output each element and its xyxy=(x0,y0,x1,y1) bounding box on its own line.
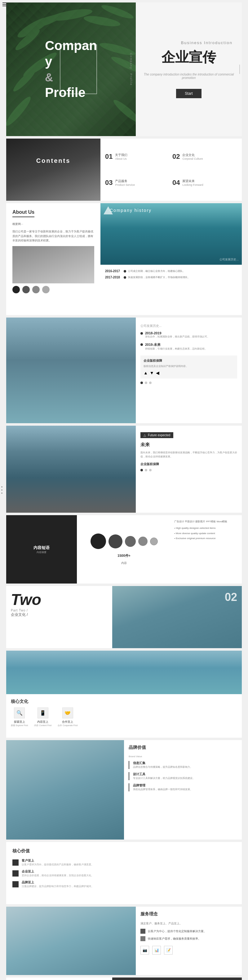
about-left-col: About Us 概要网··· 我们公司是一家专注于创新和发展的企业，致力于为客… xyxy=(6,203,100,315)
center-circles: 1500件+ 内容 xyxy=(77,515,171,584)
brand-title: 品牌价值 xyxy=(129,745,237,750)
service-right-content: 服务理念 满足客户、服务至上、产品至上。 以客户为中心，提供个性化定制服务解决方… xyxy=(136,907,242,975)
icon-btn-1[interactable]: 📷 xyxy=(141,946,149,955)
copyright-title: 企业版权保障 xyxy=(144,359,234,363)
val-item-1: 客户至上 以客户需求为导向，提供最优质的产品和服务，确保客户满意度。 xyxy=(13,859,235,866)
menu-text-02: 企业文化 xyxy=(182,153,203,157)
dot-2 xyxy=(145,469,147,471)
dot-1 xyxy=(141,469,143,471)
brand-item-title-1: 信息汇集 xyxy=(133,761,237,765)
culture-icon-1: 🔍 xyxy=(14,708,25,718)
circle-1 xyxy=(90,533,106,549)
menu-num-02: 02 xyxy=(172,153,180,161)
val-item-2: 企业至上 坚持企业价值观，推动企业持续健康发展，实现企业价值最大化。 xyxy=(13,869,235,877)
service-item-1: 以客户为中心，提供个性化定制服务解决方案。 xyxy=(141,929,237,934)
about-icons-row xyxy=(13,286,94,293)
nav-dot[interactable] xyxy=(1,486,3,487)
svg-point-4 xyxy=(83,14,121,28)
copyright-text: 版权信息及企业知识产权保护说明内容。 xyxy=(144,364,234,368)
cn-history-sub: 公司发展历史... xyxy=(220,258,239,262)
boat-image xyxy=(6,426,136,513)
dot-3 xyxy=(149,469,152,471)
tl-year-4: 2019-未来 xyxy=(145,342,237,347)
val-text-sub-2: 坚持企业价值观，推动企业持续健康发展，实现企业价值最大化。 xyxy=(22,874,94,877)
svg-point-11 xyxy=(111,97,136,125)
tl-year-2: 2017-2018 xyxy=(105,275,124,279)
cover-title: Compan y & Profile xyxy=(45,38,97,101)
triangle-icon: △ xyxy=(144,433,146,437)
service-items: 以客户为中心，提供个性化定制服务解决方案。 快速响应客户需求，确保服务质量和效率… xyxy=(141,929,237,941)
nav-dot[interactable] xyxy=(1,489,3,491)
culture-label-3: 合作至上 xyxy=(58,720,77,724)
about-content: 我们公司是一家专注于创新和发展的企业，致力于为客户提供最优质的产品和服务。我们的… xyxy=(13,229,94,243)
menu-item-01: 01 关于我们 About Us xyxy=(105,145,170,169)
brand-item-1: 信息汇集 品牌信息整合与传播策略，提升品牌知名度和影响力。 xyxy=(129,761,237,769)
circle-5 xyxy=(150,538,158,545)
text-right-1: • High quality designer-selected items xyxy=(174,527,239,530)
future-cn-title: 未来 xyxy=(141,442,237,448)
val-icon-2 xyxy=(13,870,19,877)
culture-label-1: 探索至上 xyxy=(11,720,28,724)
core-val-title: 核心价值 xyxy=(13,848,235,854)
icon-3 xyxy=(32,286,39,293)
tl-item-4: 2019-未来 持续创新，引领行业发展，构建生态体系，迈向新征程。 xyxy=(141,342,237,351)
timeline-section: 2016-2017 公司成立初期，确立核心业务方向，组建核心团队。 2017-2… xyxy=(100,265,242,286)
content-left-dark: 内容短语 内容摘要 xyxy=(6,515,77,584)
neirong-title: 内容短语 xyxy=(33,545,50,550)
svg-point-10 xyxy=(6,94,33,128)
culture-item-2: 📱 内容至上 内容 Content First xyxy=(34,708,51,727)
tl-dot-1 xyxy=(124,270,126,272)
menu-num-03: 03 xyxy=(105,179,112,187)
part-two-cn: 企业文化 / xyxy=(11,612,107,617)
text-right-2: • More diverse quality update content xyxy=(174,531,239,536)
slide-content-summary: 内容短语 内容摘要 1500件+ 内容 广告设计 平面设计 摄影图片 PPT模板… xyxy=(6,515,242,584)
culture-label-2: 内容至上 xyxy=(34,720,51,724)
brand-item-title-3: 品牌管理 xyxy=(133,783,237,788)
menu-item-04: 04 展望未来 Looking Forward xyxy=(172,171,237,194)
slide-core-culture: 核心文化 🔍 探索至上 探索 Explore First 📱 内容至上 内容 C… xyxy=(6,651,242,738)
timeline-item-2: 2017-2018 快速发展阶段，业务规模不断扩大，市场份额持续增长。 xyxy=(105,275,237,279)
culture-sub-1: 探索 Explore First xyxy=(11,724,28,727)
svg-point-7 xyxy=(11,67,38,94)
neirong-sub: 内容摘要 xyxy=(36,550,46,554)
menu-sub-03: Product Service xyxy=(115,183,135,186)
company-history-photo: Company history 公司发展历史... xyxy=(100,203,242,265)
brand-item-text-1: 品牌信息整合与传播策略，提升品牌知名度和影响力。 xyxy=(133,765,237,769)
svc-text-1: 以客户为中心，提供个性化定制服务解决方案。 xyxy=(148,929,207,933)
copyright-label: 企业版权保障 xyxy=(141,462,237,466)
timeline-left-photo xyxy=(6,318,136,423)
copyright-box: 企业版权保障 版权信息及企业知识产权保护说明内容。 ▲ ▼ ◀ xyxy=(141,355,237,379)
tl-desc-3: 深化合作，拓展国际业务，推出新产品线，获得市场认可。 xyxy=(145,335,237,339)
cover-right-panel: Business Introduction 企业宣传 The company i… xyxy=(136,3,242,136)
sidebar-nav xyxy=(1,486,3,494)
company-history-title: Company history xyxy=(110,208,152,213)
circles-row xyxy=(90,533,158,549)
menu-num-04: 04 xyxy=(172,179,180,187)
val-item-3: 品牌至上 注重品牌建设，提升品牌影响力和市场竞争力，构建品牌护城河。 xyxy=(13,880,235,888)
menu-text-04: 展望未来 xyxy=(182,179,203,183)
brand-item-3: 品牌管理 系统化品牌管理体系，确保品牌一致性和可持续发展。 xyxy=(129,783,237,791)
slide-timeline: 公司发展历史... 2018-2019 深化合作，拓展国际业务，推出新产品线，获… xyxy=(6,318,242,423)
menu-item-03: 03 产品服务 Product Service xyxy=(105,171,170,194)
val-text-main-1: 客户至上 xyxy=(22,859,94,863)
future-tag-text: Future expected xyxy=(148,433,170,437)
icon-btn-3[interactable]: 📝 xyxy=(164,946,173,955)
cover-subtitle: The company introduction includes the in… xyxy=(142,73,235,80)
start-button[interactable]: Start xyxy=(176,89,201,98)
future-left-photo xyxy=(6,426,136,513)
brand-item-title-2: 设计工具 xyxy=(133,772,237,776)
tl-item-3: 2018-2019 深化合作，拓展国际业务，推出新产品线，获得市场认可。 xyxy=(141,331,237,339)
about-cn-title: 概要网··· xyxy=(13,222,94,226)
contents-left: Contents xyxy=(6,138,100,201)
menu-icon[interactable] xyxy=(3,3,8,6)
dots-row xyxy=(141,469,237,471)
future-right-content: △ Future expected 未来 面向未来，我们将继续坚持创新驱动发展战… xyxy=(136,426,242,513)
nav-dot[interactable] xyxy=(1,493,3,494)
part-two-left: Two Part Two / 企业文化 / xyxy=(6,586,112,648)
icons-bottom: 📷 📊 📝 xyxy=(141,946,237,955)
icon-btn-2[interactable]: 📊 xyxy=(152,946,161,955)
future-tag: △ Future expected xyxy=(141,432,173,438)
culture-icon-2: 📱 xyxy=(38,708,48,718)
nav-dots-row xyxy=(141,382,237,384)
service-sub: 满足客户、服务至上、产品至上。 xyxy=(141,921,237,926)
